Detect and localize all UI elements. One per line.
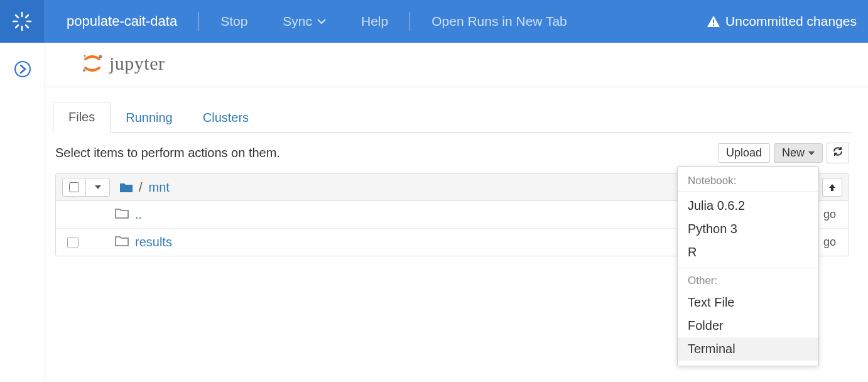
divider (198, 12, 199, 31)
app-logo[interactable] (0, 0, 44, 43)
svg-line-3 (26, 25, 28, 28)
chevron-right-circle-icon (14, 60, 31, 78)
refresh-button[interactable] (827, 143, 849, 163)
row-checkbox[interactable] (67, 237, 79, 248)
tab-bar: Files Running Clusters (53, 101, 852, 133)
folder-outline-icon (115, 235, 129, 249)
new-dropdown-menu: Notebook: Julia 0.6.2 Python 3 R Other: … (677, 166, 819, 366)
menu-divider (678, 268, 818, 268)
jupyter-label: jupyter (109, 53, 165, 74)
menu-item-r[interactable]: R (678, 241, 818, 264)
jupyter-header: jupyter (45, 43, 868, 87)
upload-button[interactable]: Upload (718, 143, 770, 163)
file-time: go (823, 236, 842, 249)
warning-icon (707, 14, 720, 28)
svg-rect-9 (713, 25, 714, 26)
project-name[interactable]: populate-cait-data (44, 13, 195, 30)
left-rail (0, 43, 45, 382)
tab-clusters[interactable]: Clusters (188, 103, 264, 133)
menu-item-terminal[interactable]: Terminal (678, 337, 818, 361)
svg-point-10 (15, 62, 30, 77)
sync-button[interactable]: Sync (265, 14, 344, 29)
menu-item-julia[interactable]: Julia 0.6.2 (678, 194, 818, 217)
expand-sidebar-button[interactable] (14, 60, 31, 382)
svg-point-13 (84, 55, 86, 57)
open-runs-button[interactable]: Open Runs in New Tab (414, 14, 585, 29)
svg-line-5 (16, 25, 18, 28)
new-button[interactable]: New (774, 143, 823, 163)
menu-item-folder[interactable]: Folder (678, 314, 818, 337)
tab-files[interactable]: Files (53, 102, 111, 133)
select-menu-button[interactable] (86, 178, 110, 197)
svg-rect-8 (713, 19, 714, 23)
sync-label: Sync (283, 14, 312, 29)
file-name-parent[interactable]: .. (135, 207, 142, 222)
sort-button[interactable] (822, 178, 842, 197)
chevron-down-icon (317, 18, 326, 25)
spinner-icon (11, 11, 33, 32)
refresh-icon (832, 146, 844, 157)
jupyter-logo-icon (80, 52, 104, 75)
file-name-results[interactable]: results (135, 235, 172, 249)
tab-running[interactable]: Running (111, 103, 188, 133)
folder-icon[interactable] (120, 182, 133, 192)
topbar: populate-cait-data Stop Sync Help Open R… (0, 0, 868, 43)
menu-item-python3[interactable]: Python 3 (678, 217, 818, 241)
select-all-input[interactable] (69, 182, 79, 192)
selection-hint: Select items to perform actions on them. (55, 146, 280, 160)
file-time: go (823, 208, 842, 221)
svg-point-12 (99, 55, 102, 58)
menu-header-other: Other: (678, 272, 818, 291)
svg-line-7 (16, 15, 18, 18)
caret-down-icon (808, 151, 815, 156)
menu-item-textfile[interactable]: Text File (678, 291, 818, 314)
main: jupyter Files Running Clusters Select it… (45, 43, 868, 382)
svg-line-1 (26, 15, 28, 18)
menu-header-notebook: Notebook: (678, 172, 818, 192)
caret-down-icon (95, 185, 101, 190)
arrow-up-icon (828, 183, 837, 192)
breadcrumb-mnt[interactable]: mnt (149, 180, 170, 195)
folder-outline-icon (115, 207, 129, 222)
select-all-checkbox[interactable] (62, 178, 86, 197)
breadcrumb-sep: / (139, 180, 143, 195)
new-label: New (782, 146, 805, 160)
svg-point-11 (83, 69, 85, 72)
jupyter-brand[interactable]: jupyter (80, 52, 868, 75)
uncommitted-label: Uncommitted changes (725, 14, 857, 29)
help-button[interactable]: Help (344, 14, 406, 29)
divider (410, 12, 410, 31)
stop-button[interactable]: Stop (203, 14, 265, 29)
uncommitted-changes[interactable]: Uncommitted changes (694, 14, 857, 29)
